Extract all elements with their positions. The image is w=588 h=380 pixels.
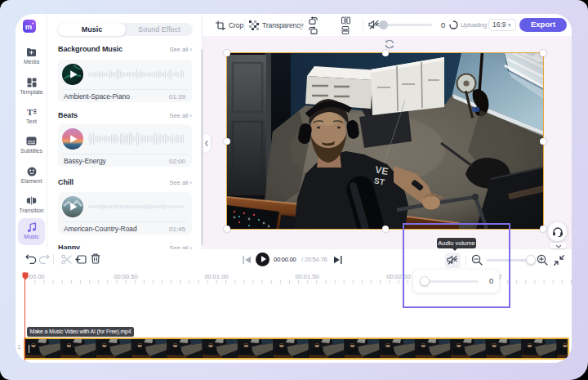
- svg-text:T: T: [27, 107, 33, 116]
- svg-text:m: m: [25, 21, 32, 30]
